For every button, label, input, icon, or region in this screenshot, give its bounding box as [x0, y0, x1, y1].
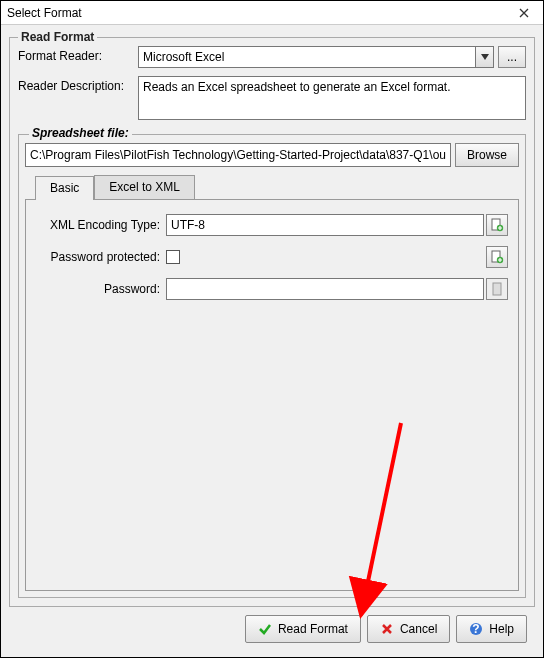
check-icon	[258, 622, 272, 636]
titlebar: Select Format	[1, 1, 543, 25]
password-doc-button[interactable]	[486, 278, 508, 300]
tab-basic-label: Basic	[50, 181, 79, 195]
tab-bar: Basic Excel to XML	[35, 175, 519, 199]
format-reader-label: Format Reader:	[18, 46, 138, 63]
format-reader-value: Microsoft Excel	[139, 50, 475, 64]
spreadsheet-file-legend: Spreadsheet file:	[29, 126, 132, 140]
tab-excel-to-xml-label: Excel to XML	[109, 180, 180, 194]
document-plus-icon	[490, 250, 504, 264]
reader-description-text: Reads an Excel spreadsheet to generate a…	[138, 76, 526, 120]
svg-text:?: ?	[473, 622, 480, 636]
chevron-down-icon	[481, 54, 489, 60]
close-button[interactable]	[509, 3, 539, 23]
password-protected-row: Password protected:	[36, 246, 508, 268]
svg-rect-4	[493, 283, 501, 295]
document-plus-icon	[490, 218, 504, 232]
format-reader-browse-button[interactable]: ...	[498, 46, 526, 68]
format-reader-row: Format Reader: Microsoft Excel ...	[18, 46, 526, 68]
spreadsheet-file-group: Spreadsheet file: C:\Program Files\Pilot…	[18, 134, 526, 598]
read-format-legend: Read Format	[18, 30, 97, 44]
tab-excel-to-xml[interactable]: Excel to XML	[94, 175, 195, 199]
file-path-input[interactable]: C:\Program Files\PilotFish Technology\Ge…	[25, 143, 451, 167]
close-icon	[519, 8, 529, 18]
password-row: Password:	[36, 278, 508, 300]
ellipsis-icon: ...	[507, 50, 517, 64]
help-button-label: Help	[489, 622, 514, 636]
button-bar: Read Format Cancel ? Help	[9, 607, 535, 651]
reader-description-row: Reader Description: Reads an Excel sprea…	[18, 76, 526, 120]
window-title: Select Format	[7, 6, 509, 20]
cancel-icon	[380, 622, 394, 636]
help-icon: ?	[469, 622, 483, 636]
read-format-button-label: Read Format	[278, 622, 348, 636]
browse-button[interactable]: Browse	[455, 143, 519, 167]
read-format-button[interactable]: Read Format	[245, 615, 361, 643]
password-protected-checkbox[interactable]	[166, 250, 180, 264]
read-format-group: Read Format Format Reader: Microsoft Exc…	[9, 37, 535, 607]
format-reader-combo[interactable]: Microsoft Excel	[138, 46, 494, 68]
file-path-row: C:\Program Files\PilotFish Technology\Ge…	[25, 143, 519, 167]
xml-encoding-label: XML Encoding Type:	[36, 218, 166, 232]
content-area: Read Format Format Reader: Microsoft Exc…	[1, 25, 543, 657]
tab-basic[interactable]: Basic	[35, 176, 94, 200]
help-button[interactable]: ? Help	[456, 615, 527, 643]
file-path-value: C:\Program Files\PilotFish Technology\Ge…	[30, 148, 446, 162]
select-format-dialog: Select Format Read Format Format Reader:…	[0, 0, 544, 658]
cancel-button[interactable]: Cancel	[367, 615, 450, 643]
password-input[interactable]	[166, 278, 484, 300]
password-protected-add-button[interactable]	[486, 246, 508, 268]
browse-button-label: Browse	[467, 148, 507, 162]
combo-dropdown-button[interactable]	[475, 47, 493, 67]
password-label: Password:	[36, 282, 166, 296]
reader-description-label: Reader Description:	[18, 76, 138, 93]
basic-tab-panel: XML Encoding Type: Password protected:	[25, 199, 519, 591]
password-protected-label: Password protected:	[36, 250, 166, 264]
document-icon	[490, 282, 504, 296]
xml-encoding-row: XML Encoding Type:	[36, 214, 508, 236]
xml-encoding-add-button[interactable]	[486, 214, 508, 236]
xml-encoding-input[interactable]	[166, 214, 484, 236]
cancel-button-label: Cancel	[400, 622, 437, 636]
